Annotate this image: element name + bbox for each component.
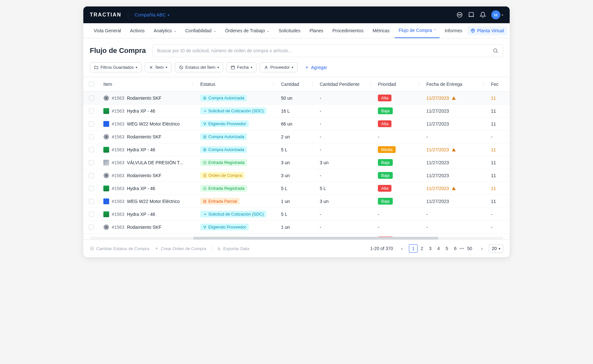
item-filter-button[interactable]: Ítem ▾ (145, 62, 171, 72)
date-filter-button[interactable]: Fecha ▾ (226, 62, 256, 72)
page-1[interactable]: 1 (409, 244, 418, 253)
table-row[interactable]: #1563WEG W22 Motor EléctricoEntrada Parc… (83, 195, 510, 208)
nav-item-vista-general[interactable]: Vista General (90, 24, 125, 38)
nav-item-órdenes-de-trabajo[interactable]: Órdenes de Trabajo⌄ (221, 24, 274, 38)
page-title: Flujo de Compra (90, 46, 146, 55)
date-cell: 11/27/2023 (422, 196, 487, 207)
svg-point-16 (203, 187, 206, 190)
item-name: WEG W22 Motor Eléctrico (127, 199, 180, 204)
col-date[interactable]: Fecha de Entrega⋮ (422, 77, 487, 91)
nav-item-solicitudes[interactable]: Solicitudes (275, 24, 304, 38)
create-order-button[interactable]: Crear Orden de Compra (154, 246, 206, 251)
table-row[interactable]: #1563WEG W22 Motor EléctricoEligiendo Pr… (83, 117, 510, 130)
select-all-checkbox[interactable] (89, 82, 94, 87)
row-checkbox[interactable] (89, 173, 94, 178)
column-menu-icon[interactable]: ⋮ (271, 82, 276, 87)
chevron-down-icon: ▾ (499, 247, 500, 250)
col-qty[interactable]: Cantidad⋮ (277, 77, 316, 91)
col-item[interactable]: Item⋮ (99, 77, 196, 91)
col-status[interactable]: Estatus⋮ (196, 77, 277, 91)
next-page-button[interactable]: › (478, 245, 486, 252)
nav-planta-virtual[interactable]: Planta Virtual (467, 26, 507, 35)
chevron-down-icon: ▾ (217, 66, 219, 69)
user-menu[interactable]: M ▾ (491, 10, 503, 19)
row-checkbox[interactable] (89, 147, 94, 152)
column-menu-icon[interactable]: ⋮ (310, 82, 315, 87)
provider-filter-button[interactable]: Proveedor ▾ (260, 62, 297, 72)
column-menu-icon[interactable]: ⋮ (191, 82, 195, 87)
change-status-button[interactable]: Cambiar Estatus de Compra (90, 246, 149, 251)
table-row[interactable]: #1563Rodamiento SKFOrden de Compra3 un-B… (83, 169, 510, 182)
item-name: Rodamiento SKF (127, 225, 161, 230)
nav-item-informes[interactable]: Informes (441, 24, 466, 38)
row-checkbox[interactable] (89, 199, 94, 204)
page-size-selector[interactable]: 20 ▾ (489, 244, 503, 253)
item-id: #1563 (112, 147, 124, 152)
horizontal-scrollbar[interactable] (90, 237, 503, 239)
row-checkbox[interactable] (89, 225, 94, 230)
row-checkbox[interactable] (89, 186, 94, 191)
bell-icon[interactable] (480, 12, 486, 18)
folder-icon (94, 65, 99, 70)
col-priority[interactable]: Prioridad⋮ (374, 77, 422, 91)
check-circle-icon (90, 246, 94, 251)
col-fec[interactable]: Fec (487, 77, 503, 91)
table-row[interactable]: #1563Hydra XP - 46Solicitud de Cotizació… (83, 105, 510, 117)
row-checkbox[interactable] (89, 160, 94, 165)
table-row[interactable]: #1563Kit de destornillador ma...Entrada … (83, 234, 510, 237)
page-50[interactable]: 50 (464, 245, 475, 252)
add-filter-button[interactable]: Agregar (301, 63, 331, 72)
row-checkbox[interactable] (89, 212, 94, 217)
prev-page-button[interactable]: ‹ (398, 245, 406, 252)
fec-cell: 11 (487, 196, 503, 207)
col-pending[interactable]: Cantidad Pendiente⋮ (316, 77, 374, 91)
status-badge: Entrada Registrada (200, 159, 247, 166)
column-menu-icon[interactable]: ⋮ (417, 82, 421, 87)
column-menu-icon[interactable]: ⋮ (481, 82, 486, 87)
page-5[interactable]: 5 (443, 245, 451, 252)
table-row[interactable]: #1563VÁLVULA DE PRESIÓN T...Entrada Regi… (83, 156, 510, 169)
item-id: #1563 (112, 96, 124, 101)
page-6[interactable]: 6 (451, 245, 460, 252)
nav-item-flujo-de-compra[interactable]: Flujo de Compra˄ (395, 23, 440, 38)
table-row[interactable]: #1563Rodamiento SKFCompra Autorizada2 un… (83, 130, 510, 143)
row-checkbox[interactable] (89, 108, 94, 114)
status-filter-button[interactable]: Estatus del Ítem ▾ (175, 62, 223, 72)
saved-filters-button[interactable]: Filtros Guardados ▾ (90, 62, 141, 72)
pending-cell: - (316, 119, 374, 129)
pending-cell: 3 un (316, 157, 374, 168)
column-menu-icon[interactable]: ⋮ (368, 82, 373, 87)
nav-item-confiabilidad[interactable]: Confiabilidad⌄ (182, 24, 220, 38)
page-3[interactable]: 3 (426, 245, 434, 252)
nav-item-activos[interactable]: Activos (126, 24, 149, 38)
table: Item⋮ Estatus⋮ Cantidad⋮ Cantidad Pendie… (83, 77, 510, 239)
warning-icon (452, 96, 456, 100)
divider (128, 12, 128, 18)
app-window: TRACTIAN Compañía ABC ▾ M ▾ Vista Genera… (83, 6, 510, 257)
export-button[interactable]: Exportar Data (217, 246, 249, 251)
nav-item-métricas[interactable]: Métricas (369, 24, 393, 38)
page-4[interactable]: 4 (434, 245, 443, 252)
row-checkbox[interactable] (89, 96, 94, 101)
table-row[interactable]: #1563Rodamiento SKFCompra Autorizada50 u… (83, 92, 510, 105)
page-2[interactable]: 2 (418, 245, 426, 252)
table-row[interactable]: #1563Hydra XP - 46Compra Autorizada5 L-M… (83, 143, 510, 156)
priority-badge: Baja (378, 172, 393, 179)
table-row[interactable]: #1563Hydra XP - 46Solicitud de Cotizació… (83, 208, 510, 221)
table-row[interactable]: #1563Rodamiento SKFEligiendo Proveedor1 … (83, 221, 510, 234)
svg-point-19 (203, 226, 204, 227)
company-selector[interactable]: Compañía ABC ▾ (135, 12, 170, 17)
table-row[interactable]: #1563Hydra XP - 46Entrada Registrada5 L5… (83, 182, 510, 195)
nav-item-planes[interactable]: Planes (306, 24, 327, 38)
nav-item-procedimientos[interactable]: Procedimientos (328, 24, 368, 38)
row-checkbox[interactable] (89, 134, 94, 139)
book-icon[interactable] (468, 12, 474, 18)
item-id: #1563 (112, 199, 124, 204)
chat-icon[interactable] (456, 12, 463, 18)
nav-item-analytics[interactable]: Analytics⌄ (150, 24, 180, 38)
status-badge: Compra Autorizada (200, 95, 247, 101)
row-checkbox[interactable] (89, 121, 94, 126)
search-box[interactable] (152, 44, 503, 57)
search-input[interactable] (157, 48, 493, 53)
x-icon (149, 65, 153, 70)
